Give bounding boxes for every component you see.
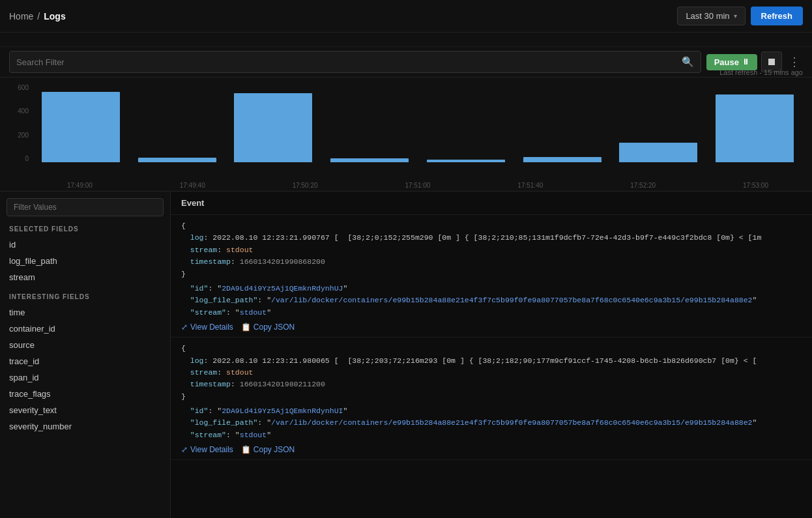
sidebar-field-stream[interactable]: stream xyxy=(0,269,170,285)
pause-button[interactable]: Pause ⏸ xyxy=(706,54,757,70)
bar-group-5 xyxy=(418,84,514,162)
bar-6 xyxy=(523,157,602,162)
selected-fields-title: SELECTED FIELDS xyxy=(0,223,170,237)
filter-values-input[interactable] xyxy=(7,198,164,216)
x-label-6: 17:52:20 xyxy=(630,182,656,189)
x-label-3: 17:50:20 xyxy=(293,182,318,189)
y-label-400: 400 xyxy=(18,108,29,115)
sidebar-field-time[interactable]: time xyxy=(0,304,170,321)
bar-3 xyxy=(234,93,312,162)
chart-bars xyxy=(33,84,803,162)
stop-icon xyxy=(768,59,775,65)
log-raw-2: { log: 2022.08.10 12:23:21.980065 [ [38;… xyxy=(181,343,802,403)
copy-json-button-2[interactable]: 📋 Copy JSON xyxy=(241,445,295,454)
sidebar-field-severity-number[interactable]: severity_number xyxy=(0,418,170,435)
interesting-fields-title: INTERESTING FIELDS xyxy=(0,291,170,304)
copy-json-button-1[interactable]: 📋 Copy JSON xyxy=(241,323,295,332)
x-labels: 17:49:00 17:49:40 17:50:20 17:51:00 17:5… xyxy=(23,179,812,191)
x-label-4: 17:51:00 xyxy=(405,182,430,189)
log-actions-1: ⤢ View Details 📋 Copy JSON xyxy=(181,323,802,332)
log-fields-1: "id": "2DA9Ld4i9Yz5Aj1QEmknRdynhUJ" "log… xyxy=(181,283,802,319)
bar-group-2 xyxy=(129,84,225,162)
search-input[interactable] xyxy=(16,57,682,67)
y-label-200: 200 xyxy=(18,132,29,139)
bar-8 xyxy=(716,94,794,162)
time-range-label: Last 30 min xyxy=(686,11,729,21)
log-actions-2: ⤢ View Details 📋 Copy JSON xyxy=(181,445,802,454)
sidebar-field-trace-id[interactable]: trace_id xyxy=(0,353,170,369)
main-content: SELECTED FIELDS id log_file_path stream … xyxy=(0,192,812,518)
refresh-button[interactable]: Refresh xyxy=(751,7,803,25)
time-range-button[interactable]: Last 30 min ▾ xyxy=(677,7,745,25)
breadcrumb-home[interactable]: Home xyxy=(9,11,33,22)
top-bar: Home / Logs Last 30 min ▾ Refresh xyxy=(0,0,812,33)
pause-label: Pause xyxy=(714,57,739,67)
expand-icon-2: ⤢ xyxy=(181,445,188,454)
breadcrumb-current: Logs xyxy=(44,11,65,22)
bar-4 xyxy=(330,158,409,162)
copy-icon-2: 📋 xyxy=(241,445,251,454)
y-label-600: 600 xyxy=(18,84,29,91)
sidebar: SELECTED FIELDS id log_file_path stream … xyxy=(0,192,171,518)
more-options-button[interactable]: ⋮ xyxy=(786,55,803,69)
bar-group-7 xyxy=(611,84,707,162)
y-axis: 600 400 200 0 xyxy=(9,84,33,162)
bar-group-6 xyxy=(514,84,611,162)
top-right-controls: Last 30 min ▾ Refresh xyxy=(677,7,803,25)
chart-area: 600 400 200 0 17:49:00 17:49:40 17:50:20… xyxy=(0,78,812,192)
copy-icon: 📋 xyxy=(241,323,251,332)
sidebar-field-trace-flags[interactable]: trace_flags xyxy=(0,386,170,402)
breadcrumb-sep: / xyxy=(37,11,40,22)
log-entry-1: { log: 2022.08.10 12:23:21.990767 [ [38;… xyxy=(171,215,812,338)
x-label-1: 17:49:00 xyxy=(67,182,93,189)
breadcrumb: Home / Logs xyxy=(9,11,66,22)
bar-group-1 xyxy=(33,84,129,162)
sidebar-field-container-id[interactable]: container_id xyxy=(0,321,170,337)
bar-group-8 xyxy=(706,84,803,162)
search-icon-button[interactable]: 🔍 xyxy=(682,56,694,68)
bar-2 xyxy=(138,158,216,162)
y-label-0: 0 xyxy=(25,155,29,162)
sidebar-field-severity-text[interactable]: severity_text xyxy=(0,402,170,418)
x-label-5: 17:51:40 xyxy=(517,182,543,189)
chart-inner: 600 400 200 0 xyxy=(9,84,803,175)
view-details-button-2[interactable]: ⤢ View Details xyxy=(181,445,233,454)
sidebar-field-source[interactable]: source xyxy=(0,337,170,353)
bar-1 xyxy=(42,92,120,162)
search-bar-row: 🔍 Pause ⏸ ⋮ xyxy=(0,47,812,78)
search-input-wrap: 🔍 xyxy=(9,51,701,73)
bar-group-3 xyxy=(225,84,322,162)
x-label-2: 17:49:40 xyxy=(180,182,205,189)
log-raw-1: { log: 2022.08.10 12:23:21.990767 [ [38;… xyxy=(181,220,802,280)
log-fields-2: "id": "2DA9Ld4i9Yz5Aj1QEmknRdynhUI" "log… xyxy=(181,405,802,441)
x-label-7: 17:53:00 xyxy=(743,182,768,189)
sidebar-field-span-id[interactable]: span_id xyxy=(0,369,170,386)
bar-7 xyxy=(619,143,697,162)
expand-icon: ⤢ xyxy=(181,323,188,332)
sidebar-field-id[interactable]: id xyxy=(0,237,170,253)
log-entry-2: { log: 2022.08.10 12:23:21.980065 [ [38;… xyxy=(171,338,812,460)
pause-icon: ⏸ xyxy=(742,57,749,66)
last-refresh-text: Last refresh - 15 mins ago xyxy=(719,68,803,76)
log-panel[interactable]: Event { log: 2022.08.10 12:23:21.990767 … xyxy=(171,192,812,518)
bar-group-4 xyxy=(321,84,418,162)
log-panel-header: Event xyxy=(171,192,812,215)
bar-5 xyxy=(427,160,505,162)
view-details-button-1[interactable]: ⤢ View Details xyxy=(181,323,233,332)
sidebar-field-log-file-path[interactable]: log_file_path xyxy=(0,253,170,269)
chevron-down-icon: ▾ xyxy=(734,12,737,20)
